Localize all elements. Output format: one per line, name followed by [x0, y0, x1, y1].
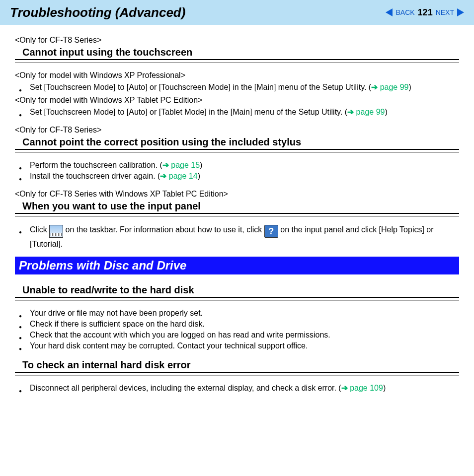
- list-item: Install the touchscreen driver again. (➔…: [15, 171, 459, 182]
- input-panel-icon: [49, 225, 63, 238]
- list-item: Disconnect all peripheral devices, inclu…: [15, 383, 459, 394]
- page-title: Troubleshooting (Advanced): [10, 5, 185, 20]
- list-item: Perform the touchscreen calibration. (➔ …: [15, 160, 459, 171]
- list-item: Set [Touchscreen Mode] to [Auto] or [Tou…: [15, 82, 459, 93]
- continued-text: [Tutorial].: [30, 239, 459, 250]
- link-arrow-icon: ➔: [341, 384, 350, 392]
- model-note: <Only for model with Windows XP Tablet P…: [15, 95, 459, 106]
- page-link[interactable]: page 14: [169, 172, 198, 180]
- back-button[interactable]: BACK: [395, 8, 414, 16]
- content-area: <Only for CF-T8 Series> Cannot input usi…: [0, 25, 474, 394]
- category-heading: Problems with Disc and Drive: [15, 257, 459, 274]
- back-arrow-icon[interactable]: [386, 8, 393, 16]
- list-item: Your hard disk content may be corrupted.…: [15, 340, 459, 351]
- section-heading: When you want to use the input panel: [15, 201, 459, 212]
- divider: [15, 372, 459, 376]
- next-button[interactable]: NEXT: [436, 8, 454, 16]
- divider: [15, 149, 459, 153]
- divider: [15, 213, 459, 217]
- model-note: <Only for CF-T8 Series>: [15, 35, 459, 46]
- link-arrow-icon: ➔: [371, 83, 380, 91]
- divider: [15, 297, 459, 301]
- help-icon: ?: [264, 225, 278, 238]
- next-arrow-icon[interactable]: [457, 8, 464, 16]
- list-item: Set [Touchscreen Mode] to [Auto] or [Tab…: [15, 107, 459, 118]
- section-heading: Unable to read/write to the hard disk: [15, 284, 459, 296]
- link-arrow-icon: ➔: [347, 108, 356, 116]
- list-item: Click on the taskbar. For information ab…: [15, 224, 459, 250]
- list-item: Check if there is sufficient space on th…: [15, 319, 459, 330]
- section-heading: Cannot point the correct position using …: [15, 136, 459, 148]
- list-item: Your drive or file may not have been pro…: [15, 308, 459, 319]
- page-link[interactable]: page 109: [350, 384, 383, 392]
- page-number: 121: [418, 7, 433, 18]
- list-item: Check that the account with which you ar…: [15, 330, 459, 340]
- model-note: <Only for CF-T8 Series with Windows XP T…: [15, 189, 459, 200]
- model-note: <Only for model with Windows XP Professi…: [15, 70, 459, 81]
- page-link[interactable]: page 99: [356, 108, 385, 116]
- nav-controls: BACK 121 NEXT: [386, 7, 464, 18]
- model-note: <Only for CF-T8 Series>: [15, 125, 459, 136]
- section-heading: To check an internal hard disk error: [15, 359, 459, 371]
- page-link[interactable]: page 15: [171, 161, 200, 169]
- header-bar: Troubleshooting (Advanced) BACK 121 NEXT: [0, 0, 474, 25]
- page-link[interactable]: page 99: [380, 83, 409, 91]
- divider: [15, 59, 459, 63]
- link-arrow-icon: ➔: [160, 172, 168, 180]
- section-heading: Cannot input using the touchscreen: [15, 47, 459, 58]
- link-arrow-icon: ➔: [162, 161, 171, 169]
